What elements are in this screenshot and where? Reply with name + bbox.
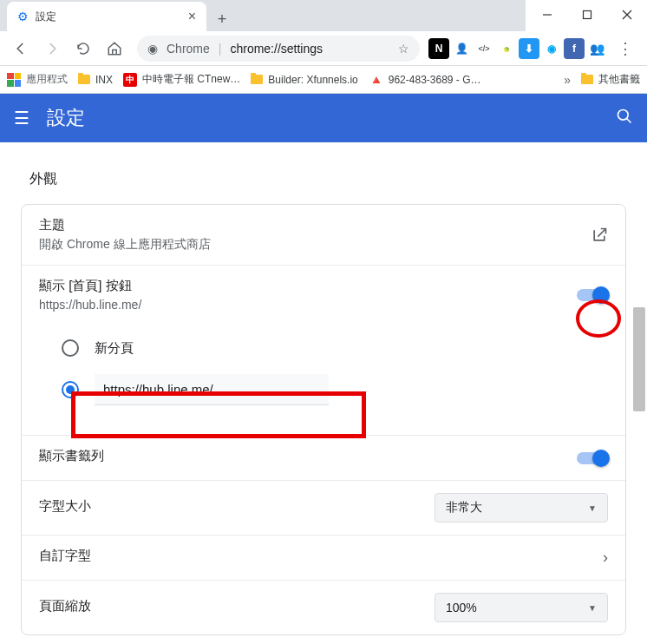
menu-icon[interactable]: ☰ — [14, 108, 29, 128]
bookmark-item[interactable]: 🔺 962-483-3689 - G… — [369, 73, 481, 87]
radio-icon-checked — [62, 381, 79, 398]
svg-line-5 — [627, 118, 631, 122]
svg-rect-1 — [584, 11, 591, 19]
page-zoom-select[interactable]: 100% ▼ — [435, 593, 608, 622]
radio-label: 新分頁 — [95, 340, 134, 357]
bookmark-star-icon[interactable]: ☆ — [398, 42, 409, 56]
bookmark-item[interactable]: Builder: Xfunnels.io — [251, 74, 357, 86]
ext-icon-3[interactable]: ● — [496, 38, 517, 59]
window-close-button[interactable] — [607, 0, 647, 30]
scrollbar-thumb[interactable] — [633, 307, 645, 411]
home-button-url: https://hub.line.me/ — [39, 298, 577, 312]
back-button[interactable] — [7, 35, 35, 62]
ext-icon-4[interactable]: ⬇ — [519, 38, 539, 59]
extensions-row: N 👤 </> ● ⬇ ◉ f 👥 — [428, 38, 607, 59]
chevron-down-icon: ▼ — [588, 503, 597, 513]
ext-icon-0[interactable]: N — [428, 38, 449, 59]
bookmarks-overflow-button[interactable]: » — [564, 73, 571, 87]
home-button-toggle[interactable] — [577, 289, 608, 301]
ext-icon-7[interactable]: 👥 — [586, 38, 607, 59]
home-button-options: 新分頁 — [22, 324, 625, 436]
chevron-right-icon: › — [603, 549, 608, 567]
other-bookmarks-folder[interactable]: 其他書籤 — [581, 72, 640, 87]
tab-strip: ⚙ 設定 × + — [0, 0, 526, 31]
home-url-input[interactable] — [95, 374, 329, 405]
open-external-icon — [591, 227, 608, 244]
window-maximize-button[interactable] — [567, 0, 607, 30]
radio-icon — [62, 339, 79, 357]
page-zoom-value: 100% — [446, 601, 477, 614]
omnibox-url: chrome://settings — [230, 42, 323, 56]
new-tab-button[interactable]: + — [210, 7, 234, 31]
folder-icon — [78, 75, 90, 84]
forward-button[interactable] — [38, 35, 66, 62]
browser-tab[interactable]: ⚙ 設定 × — [7, 2, 206, 31]
gear-icon: ⚙ — [17, 10, 29, 23]
bookmarks-bar: 應用程式 INX 中 中時電子報 CTnew… Builder: Xfunnel… — [0, 66, 647, 94]
ext-icon-5[interactable]: ◉ — [541, 38, 562, 59]
custom-font-row[interactable]: 自訂字型 › — [22, 536, 625, 581]
bookmark-item[interactable]: 中 中時電子報 CTnew… — [123, 72, 240, 87]
apps-grid-icon — [7, 73, 21, 87]
show-bookmarks-bar-row: 顯示書籤列 — [22, 436, 625, 481]
chrome-icon: ◉ — [147, 42, 158, 56]
theme-title: 主題 — [39, 217, 591, 233]
page-zoom-label: 頁面縮放 — [39, 598, 435, 614]
reload-button[interactable] — [69, 35, 97, 62]
home-button[interactable] — [101, 35, 128, 62]
browser-toolbar: ◉ Chrome | chrome://settings ☆ N 👤 </> ●… — [0, 31, 647, 66]
window-minimize-button[interactable] — [527, 0, 567, 30]
section-title-appearance: 外觀 — [29, 170, 618, 188]
window-controls — [527, 0, 647, 30]
font-size-row: 字型大小 非常大 ▼ — [22, 481, 625, 536]
omnibox-origin: Chrome — [167, 42, 210, 56]
custom-font-label: 自訂字型 — [39, 548, 603, 564]
ext-icon-1[interactable]: 👤 — [451, 38, 472, 59]
font-size-select[interactable]: 非常大 ▼ — [435, 493, 608, 522]
site-favicon: 中 — [123, 73, 137, 87]
address-bar[interactable]: ◉ Chrome | chrome://settings ☆ — [137, 36, 420, 62]
ext-icon-2[interactable]: </> — [474, 38, 494, 59]
bookmarks-bar-label: 顯示書籤列 — [39, 448, 577, 464]
ads-favicon: 🔺 — [369, 73, 383, 87]
chevron-down-icon: ▼ — [588, 603, 597, 613]
tab-title: 設定 — [36, 10, 181, 24]
browser-menu-button[interactable]: ⋮ — [611, 39, 640, 58]
radio-custom-url[interactable] — [62, 365, 608, 414]
page-zoom-row: 頁面縮放 100% ▼ — [22, 581, 625, 634]
font-size-value: 非常大 — [446, 500, 482, 516]
svg-point-4 — [618, 109, 629, 120]
theme-row[interactable]: 主題 開啟 Chrome 線上應用程式商店 — [22, 205, 625, 266]
search-icon[interactable] — [616, 108, 633, 129]
font-size-label: 字型大小 — [39, 498, 435, 515]
bookmark-item[interactable]: INX — [78, 74, 113, 86]
folder-icon — [251, 75, 263, 84]
settings-title: 設定 — [47, 105, 598, 131]
home-button-title: 顯示 [首頁] 按鈕 — [39, 278, 577, 294]
radio-new-tab[interactable]: 新分頁 — [62, 331, 608, 365]
settings-content: 外觀 主題 開啟 Chrome 線上應用程式商店 顯示 [首頁] 按鈕 http… — [0, 142, 647, 644]
ext-icon-6[interactable]: f — [564, 38, 585, 59]
bookmarks-bar-toggle[interactable] — [577, 452, 608, 464]
appearance-card: 主題 開啟 Chrome 線上應用程式商店 顯示 [首頁] 按鈕 https:/… — [21, 204, 626, 635]
show-home-button-row: 顯示 [首頁] 按鈕 https://hub.line.me/ — [22, 266, 625, 324]
folder-icon — [581, 75, 593, 84]
close-icon[interactable]: × — [188, 9, 196, 24]
theme-subtitle: 開啟 Chrome 線上應用程式商店 — [39, 237, 591, 253]
settings-app-bar: ☰ 設定 — [0, 94, 647, 142]
apps-shortcut[interactable]: 應用程式 — [7, 72, 68, 87]
